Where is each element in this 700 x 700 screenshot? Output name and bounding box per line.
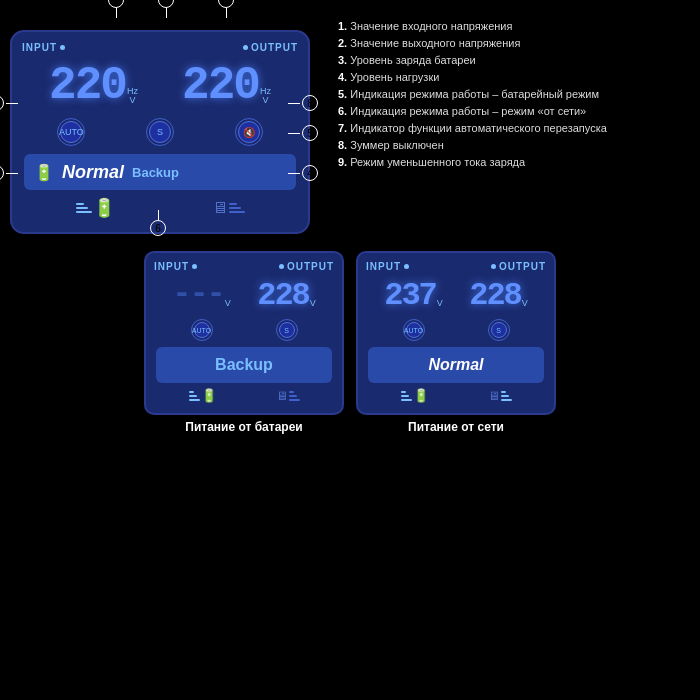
battery-input-voltage: ---	[172, 275, 224, 312]
ann-5-right: 5	[288, 125, 318, 141]
input-dot	[60, 45, 65, 50]
battery-v-out: V	[310, 299, 316, 308]
input-subscript: Hz V	[127, 87, 138, 105]
ann-item-5: 5. Индикация режима работы – батарейный …	[338, 86, 682, 103]
normal-s-label: S	[496, 327, 501, 334]
normal-monitor-group: 🖥	[488, 389, 512, 403]
ann-1-top: 1	[108, 0, 124, 18]
big-panel-wrapper: 1 9 2 7 8	[10, 10, 320, 234]
normal-batt-group: 🔋	[401, 388, 429, 403]
input-label: INPUT	[22, 42, 65, 53]
ann-9-circle: 9	[158, 0, 174, 8]
battery-input-group: --- V	[172, 275, 231, 312]
wave-line-3	[76, 211, 92, 213]
wave-line-r1	[229, 203, 237, 205]
output-label: OUTPUT	[243, 42, 298, 53]
ann-item-6: 6. Индикация режима работы – режим «от с…	[338, 103, 682, 120]
normal-input-dot	[404, 264, 409, 269]
normal-output-group: 228 V	[469, 280, 528, 312]
battery-s-btn[interactable]: S	[276, 319, 298, 341]
normal-panel-wrapper: INPUT OUTPUT 237 V	[356, 251, 556, 434]
battery-output-voltage: 228	[257, 280, 309, 312]
normal-input-sub: V	[437, 299, 443, 308]
battery-status-bar: Backup	[156, 347, 332, 383]
battery-caption: Питание от батареи	[144, 420, 344, 434]
ann-item-9: 9. Режим уменьшенного тока заряда	[338, 154, 682, 171]
battery-s-inner: S	[279, 322, 295, 338]
ann-4-right: 4	[288, 165, 318, 181]
ann-7-circle: 7	[0, 95, 4, 111]
battery-display: --- V 228 V	[154, 272, 334, 316]
panel-header: INPUT OUTPUT	[22, 42, 298, 53]
battery-wave-right	[289, 391, 300, 401]
normal-wave-left	[401, 391, 412, 401]
status-bar: 🔋 Normal Backup	[24, 154, 296, 190]
buttons-row: AUTO S 🔇	[22, 113, 298, 151]
ann-8-right: 8	[288, 95, 318, 111]
battery-batt-group: 🔋	[189, 388, 217, 403]
normal-v-in: V	[437, 299, 443, 308]
battery-buttons: AUTO S	[154, 316, 334, 344]
battery-batt-icon: 🔋	[201, 388, 217, 403]
normal-caption: Питание от сети	[356, 420, 556, 434]
monitor-icon: 🖥	[212, 199, 228, 217]
battery-input-label: INPUT	[154, 261, 197, 272]
battery-panel-wrapper: INPUT OUTPUT --- V	[144, 251, 344, 434]
normal-status-text: Normal	[428, 356, 483, 374]
mute-button[interactable]: 🔇	[235, 118, 263, 146]
normal-output-dot	[491, 264, 496, 269]
normal-s-btn[interactable]: S	[488, 319, 510, 341]
battery-auto-btn[interactable]: AUTO	[191, 319, 213, 341]
normal-status-bar: Normal	[368, 347, 544, 383]
ann-item-2: 2. Значение выходного напряжения	[338, 35, 682, 52]
ann-item-8: 8. Зуммер выключен	[338, 137, 682, 154]
normal-bottom-icons: 🔋 🖥	[366, 386, 546, 405]
ann-7-left: 7	[0, 95, 18, 111]
battery-input-dot	[192, 264, 197, 269]
top-section: 1 9 2 7 8	[0, 0, 700, 234]
v-label-input: V	[129, 96, 135, 105]
v-label-output: V	[262, 96, 268, 105]
ann-5-circle: 5	[302, 125, 318, 141]
battery-output-dot	[279, 264, 284, 269]
normal-s-inner: S	[491, 322, 507, 338]
normal-input-label: INPUT	[366, 261, 409, 272]
bottom-section: INPUT OUTPUT --- V	[0, 239, 700, 439]
battery-output-label: OUTPUT	[279, 261, 334, 272]
wave-right-load	[229, 203, 245, 213]
battery-output-sub: V	[310, 299, 316, 308]
ann-item-3: 3. Уровень заряда батареи	[338, 52, 682, 69]
normal-buttons: AUTO S	[366, 316, 546, 344]
normal-panel-header: INPUT OUTPUT	[366, 261, 546, 272]
auto-button-inner: AUTO	[60, 121, 82, 143]
ann-4-circle: 4	[302, 165, 318, 181]
ann-6-circle: 6	[150, 220, 166, 236]
ann-2-top: 2	[218, 0, 234, 18]
normal-wave-right	[501, 391, 512, 401]
output-subscript: Hz V	[260, 87, 271, 105]
battery-status-icon: 🔋	[34, 163, 54, 182]
normal-display: 237 V 228 V	[366, 272, 546, 316]
mute-icon: 🔇	[243, 127, 255, 138]
battery-input-sub: V	[225, 299, 231, 308]
main-content: 1 9 2 7 8	[0, 0, 700, 700]
s-button[interactable]: S	[146, 118, 174, 146]
ann-8-circle: 8	[302, 95, 318, 111]
ann-3-left: 3	[0, 165, 18, 181]
ann-3-circle: 3	[0, 165, 4, 181]
load-level-group: 🖥	[212, 199, 245, 217]
battery-level-group: 🔋	[76, 197, 115, 219]
battery-output-group: 228 V	[257, 280, 316, 312]
normal-auto-btn[interactable]: AUTO	[403, 319, 425, 341]
normal-output-label: OUTPUT	[491, 261, 546, 272]
battery-s-label: S	[284, 327, 289, 334]
mute-button-inner: 🔇	[238, 121, 260, 143]
normal-monitor-icon: 🖥	[488, 389, 500, 403]
auto-button[interactable]: AUTO	[57, 118, 85, 146]
normal-batt-icon: 🔋	[413, 388, 429, 403]
normal-input-group: 237 V	[384, 280, 443, 312]
input-voltage: 220	[49, 63, 126, 109]
battery-bottom-icons: 🔋 🖥	[154, 386, 334, 405]
status-text: Normal	[62, 162, 124, 183]
output-voltage: 220	[182, 63, 259, 109]
